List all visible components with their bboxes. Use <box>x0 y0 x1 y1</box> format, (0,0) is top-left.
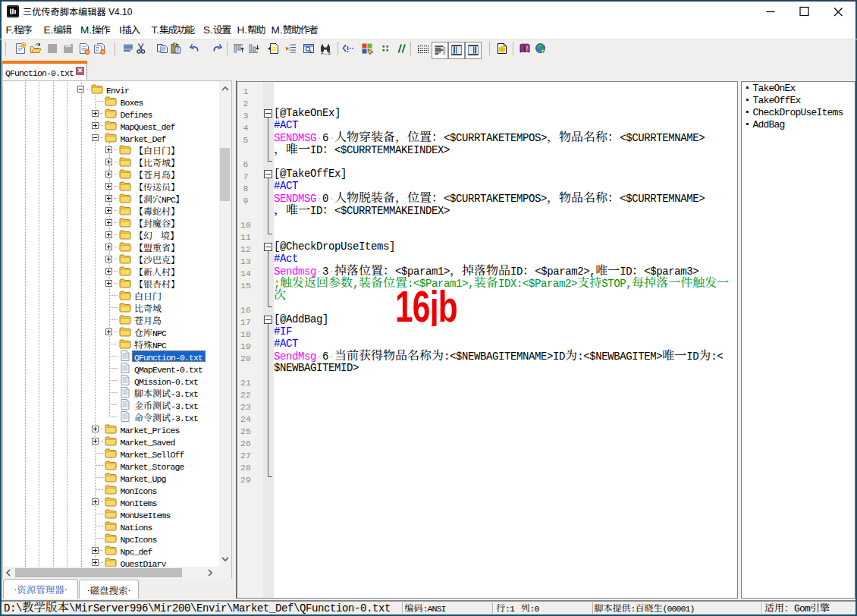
svg-text:?: ? <box>525 46 528 52</box>
svg-text:A→B: A→B <box>321 51 331 55</box>
